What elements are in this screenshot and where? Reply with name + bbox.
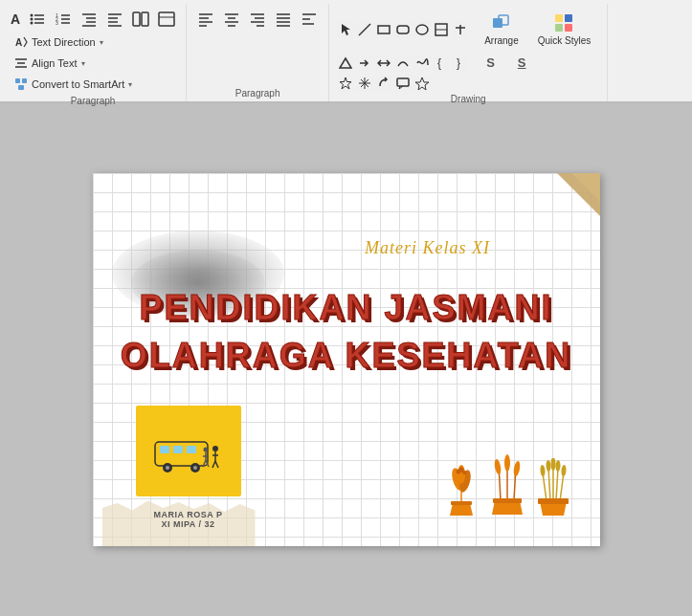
align-text-arrow: ▾ bbox=[81, 59, 85, 68]
convert-smartart-btn[interactable]: Convert to SmartArt ▾ bbox=[8, 75, 139, 94]
indent-btn1[interactable] bbox=[78, 8, 100, 31]
svg-rect-58 bbox=[493, 18, 502, 28]
svg-text:A: A bbox=[15, 37, 22, 48]
drawing-row1: Arrange Quick Styles bbox=[337, 8, 599, 51]
svg-marker-69 bbox=[415, 77, 429, 90]
font-row1: A 123 bbox=[8, 8, 178, 31]
triangle-btn[interactable] bbox=[337, 55, 354, 72]
svg-marker-64 bbox=[340, 58, 351, 68]
svg-line-83 bbox=[212, 461, 215, 468]
text-direction-arrow: ▾ bbox=[100, 38, 103, 47]
svg-point-80 bbox=[212, 446, 218, 451]
svg-rect-22 bbox=[159, 12, 174, 26]
more-btn[interactable] bbox=[155, 8, 178, 31]
align-left-btn[interactable] bbox=[194, 8, 217, 31]
font-format-btn1[interactable]: A bbox=[8, 9, 23, 30]
svg-marker-67 bbox=[340, 77, 351, 89]
arrow-lr-btn[interactable] bbox=[375, 55, 392, 72]
student-class: XI MIPA / 32 bbox=[136, 519, 241, 529]
svg-line-84 bbox=[215, 461, 218, 468]
quick-styles-btn[interactable]: Quick Styles bbox=[529, 8, 600, 51]
svg-point-102 bbox=[493, 459, 502, 475]
bus-illustration bbox=[150, 428, 227, 475]
svg-line-108 bbox=[548, 468, 550, 501]
font-row2: A Text Direction ▾ bbox=[8, 33, 178, 52]
svg-line-110 bbox=[556, 468, 558, 501]
svg-text:3: 3 bbox=[56, 20, 58, 26]
align-rows bbox=[194, 8, 321, 86]
multi-arrow-btn[interactable] bbox=[356, 75, 373, 92]
drawing-row3 bbox=[337, 75, 599, 92]
slide-title-line1: PENDIDIKAN JASMANI bbox=[93, 288, 600, 328]
curved-arrow-btn[interactable] bbox=[375, 75, 392, 92]
slide-subtitle: Materi Kelas XI bbox=[275, 238, 581, 258]
plant2 bbox=[487, 452, 527, 517]
callout-btn[interactable] bbox=[394, 75, 412, 92]
columns-btn[interactable] bbox=[129, 8, 152, 31]
plant1-svg bbox=[443, 460, 480, 517]
svg-rect-52 bbox=[397, 26, 409, 33]
align-center-btn[interactable] bbox=[220, 8, 243, 31]
star-btn[interactable] bbox=[337, 75, 354, 92]
arrange-btn[interactable]: Arrange bbox=[476, 8, 527, 51]
svg-point-85 bbox=[203, 447, 208, 451]
svg-rect-51 bbox=[378, 26, 390, 33]
select-tool-btn[interactable] bbox=[337, 21, 354, 38]
plant2-svg bbox=[487, 452, 527, 517]
brace-btn[interactable]: { bbox=[433, 55, 450, 72]
svg-point-4 bbox=[31, 18, 33, 21]
slide-title-line2: OLAHRAGA KESEHATAN bbox=[93, 336, 600, 376]
star5-btn[interactable] bbox=[413, 75, 431, 92]
bullet-list-btn[interactable] bbox=[26, 8, 49, 31]
svg-line-50 bbox=[359, 24, 370, 35]
bracket-btn[interactable]: } bbox=[452, 55, 469, 72]
rounded-rect-btn[interactable] bbox=[394, 21, 412, 38]
text-direction-label: Text Direction bbox=[32, 36, 96, 48]
font-rows: A 123 bbox=[8, 8, 178, 94]
arrow-right-btn[interactable] bbox=[356, 55, 373, 72]
align-right-btn[interactable] bbox=[246, 8, 269, 31]
text-direction-btn[interactable]: A Text Direction ▾ bbox=[8, 33, 110, 52]
drawing-label: Drawing bbox=[451, 92, 486, 107]
plants-area bbox=[443, 452, 571, 517]
student-name: MARIA ROSA P bbox=[136, 510, 241, 519]
svg-point-114 bbox=[550, 458, 555, 471]
yellow-card bbox=[136, 406, 241, 496]
shapes-expand-btn[interactable] bbox=[452, 21, 469, 38]
align-justify-btn[interactable] bbox=[272, 8, 295, 31]
rect-tool-btn[interactable] bbox=[375, 21, 392, 38]
s-btn1[interactable]: S bbox=[476, 53, 505, 73]
shape5-btn[interactable] bbox=[433, 21, 450, 38]
align-distribute-btn[interactable] bbox=[298, 8, 321, 31]
svg-point-103 bbox=[504, 454, 510, 472]
svg-rect-29 bbox=[22, 78, 27, 83]
svg-point-96 bbox=[458, 468, 463, 473]
svg-point-76 bbox=[193, 466, 197, 470]
drawing-row2: { } S S bbox=[337, 53, 599, 73]
curve-btn[interactable] bbox=[394, 55, 412, 72]
svg-rect-78 bbox=[173, 446, 183, 453]
freeform-btn[interactable] bbox=[413, 55, 431, 72]
svg-rect-20 bbox=[133, 12, 140, 26]
student-info: MARIA ROSA P XI MIPA / 32 bbox=[136, 510, 241, 529]
svg-rect-60 bbox=[555, 14, 563, 22]
drawing-group: Arrange Quick Styles bbox=[329, 4, 608, 101]
s-btn2[interactable]: S bbox=[507, 53, 537, 73]
align-row1 bbox=[194, 8, 321, 31]
align-text-btn[interactable]: Align Text ▾ bbox=[8, 54, 92, 73]
svg-rect-98 bbox=[451, 501, 472, 505]
svg-rect-61 bbox=[565, 14, 572, 22]
numbered-list-btn[interactable]: 123 bbox=[52, 8, 75, 31]
line-tool-btn[interactable] bbox=[356, 21, 373, 38]
oval-tool-btn[interactable] bbox=[413, 21, 431, 38]
svg-point-5 bbox=[31, 22, 33, 25]
drawing-rows: Arrange Quick Styles bbox=[337, 8, 599, 92]
svg-point-74 bbox=[166, 466, 169, 470]
svg-rect-118 bbox=[538, 498, 569, 504]
indent-btn2[interactable] bbox=[103, 8, 126, 31]
svg-text:}: } bbox=[457, 56, 460, 70]
svg-point-115 bbox=[555, 460, 560, 472]
font-group: A 123 bbox=[0, 4, 187, 101]
plant3-svg bbox=[535, 458, 571, 517]
slide[interactable]: Materi Kelas XI PENDIDIKAN JASMANI OLAHR… bbox=[93, 173, 600, 546]
